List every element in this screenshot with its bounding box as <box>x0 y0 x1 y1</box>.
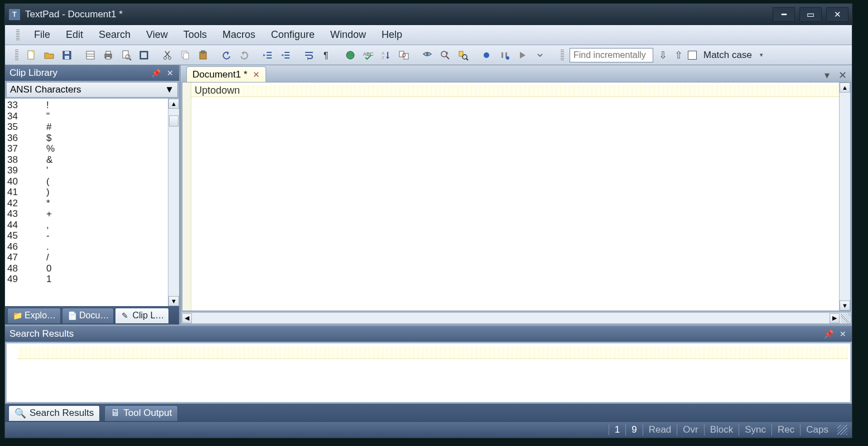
pane-close-icon[interactable]: ✕ <box>165 68 176 78</box>
editor-scroll-down-icon[interactable]: ▼ <box>840 300 850 311</box>
close-button[interactable]: ✕ <box>826 7 848 22</box>
spellcheck-icon[interactable]: ABC <box>360 47 377 63</box>
clip-row[interactable]: 39' <box>7 165 166 176</box>
maximize-button[interactable]: ▭ <box>799 7 822 22</box>
editor-hscrollbar[interactable]: ◀ ▶ <box>182 312 851 323</box>
clip-row[interactable]: 47/ <box>7 252 166 263</box>
outdent-icon[interactable] <box>277 47 294 63</box>
search-results-title: Search Results 📌 ✕ <box>5 326 852 342</box>
find-icon[interactable] <box>419 47 436 63</box>
menu-window[interactable]: Window <box>324 27 373 43</box>
paste-icon[interactable] <box>195 47 211 63</box>
new-icon[interactable] <box>23 47 40 63</box>
document-properties-icon[interactable] <box>136 47 152 63</box>
menu-search[interactable]: Search <box>92 27 137 43</box>
menubar-grip[interactable] <box>16 30 20 41</box>
clip-row[interactable]: 43+ <box>7 209 166 220</box>
clip-row[interactable]: 38& <box>7 154 166 166</box>
manage-files-icon[interactable] <box>82 47 99 63</box>
copy-icon[interactable] <box>177 47 194 63</box>
search-results-body[interactable] <box>6 343 851 403</box>
find-toolbar-grip[interactable] <box>561 50 564 61</box>
svg-rect-0 <box>28 51 34 59</box>
toolbar-grip[interactable] <box>15 50 18 61</box>
editor-scroll-up-icon[interactable]: ▲ <box>840 83 850 93</box>
menu-file[interactable]: File <box>27 27 57 43</box>
pilcrow-icon[interactable]: ¶ <box>319 47 335 63</box>
scroll-down-icon[interactable]: ▼ <box>168 296 179 306</box>
replace-icon[interactable]: a <box>437 47 454 63</box>
clip-row[interactable]: 37% <box>7 143 166 154</box>
find-prev-icon[interactable]: ⇧ <box>672 49 684 62</box>
save-icon[interactable] <box>59 47 75 63</box>
clip-category-select[interactable]: ANSI Characters ▼ <box>6 82 178 98</box>
sort-icon[interactable]: AZ <box>378 47 394 63</box>
search-results-highlight <box>18 347 848 359</box>
clip-row[interactable]: 491 <box>7 274 166 285</box>
menu-tools[interactable]: Tools <box>177 27 214 43</box>
document-tab[interactable]: Document1 * ✕ <box>186 66 266 82</box>
cut-icon[interactable] <box>159 47 176 63</box>
find-in-files-icon[interactable] <box>455 47 471 63</box>
clip-row[interactable]: 33! <box>7 100 166 111</box>
clip-row[interactable]: 34" <box>7 111 166 122</box>
sr-close-icon[interactable]: ✕ <box>837 329 848 339</box>
minimize-button[interactable]: ━ <box>773 7 795 22</box>
tab-explorer[interactable]: 📁Explo… <box>7 308 61 323</box>
web-icon[interactable] <box>342 47 359 63</box>
tab-tool-output[interactable]: 🖥Tool Output <box>104 405 178 421</box>
menu-view[interactable]: View <box>139 27 175 43</box>
scroll-thumb[interactable] <box>169 115 179 127</box>
editor-scroll-left-icon[interactable]: ◀ <box>182 313 192 323</box>
tab-clip-library[interactable]: ✎Clip L… <box>115 308 169 323</box>
undo-icon[interactable] <box>218 47 235 63</box>
compare-icon[interactable] <box>396 47 412 63</box>
menu-edit[interactable]: Edit <box>59 27 90 43</box>
resize-grip-icon[interactable] <box>841 313 851 323</box>
editor-vscrollbar[interactable]: ▲ ▼ <box>839 83 850 311</box>
clip-row[interactable]: 36$ <box>7 133 166 144</box>
menu-configure[interactable]: Configure <box>264 27 321 43</box>
sr-pin-icon[interactable]: 📌 <box>823 329 834 339</box>
menu-macros[interactable]: Macros <box>216 27 262 43</box>
clip-list[interactable]: 33!34"35#36$37%38&39'40(41)42*43+44,45-4… <box>5 99 179 306</box>
word-wrap-icon[interactable] <box>301 47 317 63</box>
tabbar-close-icon[interactable]: ✕ <box>836 69 848 82</box>
find-next-icon[interactable]: ⇩ <box>657 49 669 62</box>
menu-help[interactable]: Help <box>375 27 409 43</box>
pin-icon[interactable]: 📌 <box>150 68 161 78</box>
window-resize-grip-icon[interactable] <box>837 425 847 435</box>
toolbar-overflow-icon[interactable] <box>532 47 548 63</box>
indent-icon[interactable] <box>259 47 276 63</box>
tab-search-results[interactable]: 🔍Search Results <box>8 405 100 421</box>
titlebar[interactable]: T TextPad - Document1 * ━ ▭ ✕ <box>5 4 852 25</box>
clip-row[interactable]: 35# <box>7 122 166 133</box>
print-icon[interactable] <box>100 47 117 63</box>
clip-scrollbar[interactable]: ▲ ▼ <box>168 99 179 306</box>
editor-scroll-right-icon[interactable]: ▶ <box>830 313 840 323</box>
svg-point-18 <box>168 56 171 59</box>
redo-icon[interactable] <box>236 47 253 63</box>
editor-content[interactable]: Uptodown <box>195 85 836 96</box>
clip-row[interactable]: 41) <box>7 187 166 198</box>
scroll-up-icon[interactable]: ▲ <box>168 99 179 109</box>
tab-close-icon[interactable]: ✕ <box>253 70 260 80</box>
clip-row[interactable]: 480 <box>7 263 166 274</box>
clip-row[interactable]: 42* <box>7 198 166 209</box>
clip-library-title: Clip Library 📌 ✕ <box>5 65 179 81</box>
tab-documents[interactable]: 📄Docu… <box>62 308 114 323</box>
macro-record-icon[interactable] <box>478 47 495 63</box>
clip-row[interactable]: 46. <box>7 241 166 253</box>
clip-row[interactable]: 45- <box>7 230 166 241</box>
find-input[interactable] <box>570 48 653 62</box>
clip-row[interactable]: 44, <box>7 220 166 231</box>
text-editor[interactable]: Uptodown ▲ ▼ <box>182 82 851 311</box>
open-icon[interactable] <box>41 47 57 63</box>
macro-play-icon[interactable] <box>514 47 531 63</box>
print-preview-icon[interactable] <box>118 47 134 63</box>
clip-row[interactable]: 40( <box>7 176 166 187</box>
find-toolbar-overflow-icon[interactable]: ▾ <box>755 49 768 62</box>
macro-pause-icon[interactable] <box>496 47 513 63</box>
match-case-checkbox[interactable] <box>688 51 697 60</box>
tabbar-menu-icon[interactable]: ▾ <box>821 69 833 82</box>
